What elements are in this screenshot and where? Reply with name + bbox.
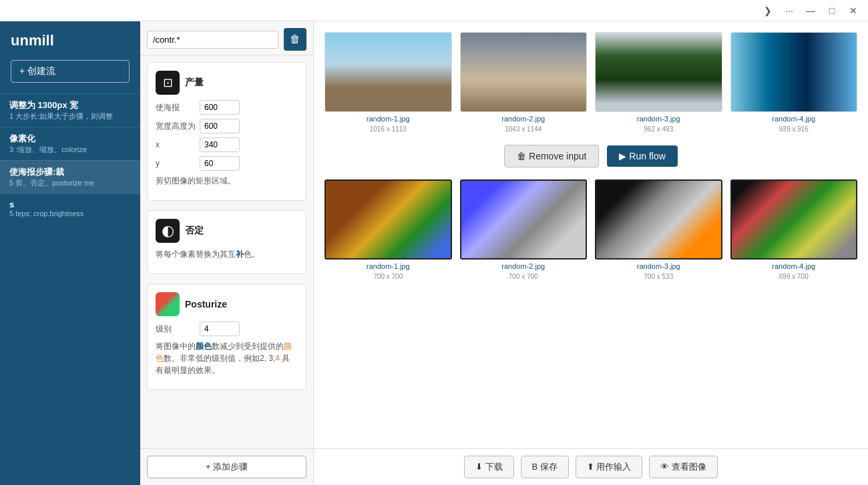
view-image-button[interactable]: 👁 查看图像 xyxy=(649,456,718,478)
posturize-icon xyxy=(156,292,180,316)
close-btn[interactable]: ✕ xyxy=(844,1,863,20)
posturize-field-level-label: 级别 xyxy=(156,324,196,335)
output-image-cell-3: random-3.jpg 700 x 533 xyxy=(595,179,722,280)
input-image-2-name: random-2.jpg xyxy=(501,115,545,123)
posturize-field-level: 级别 xyxy=(156,322,298,336)
negate-step-desc: 将每个像素替换为其互补色。 xyxy=(156,248,298,260)
sidebar-item-brightness-title: s xyxy=(9,199,131,209)
input-image-grid: random-1.jpg 1016 x 1113 random-2.jpg 10… xyxy=(314,21,868,138)
sidebar-item-pixelize[interactable]: 像素化 3 :缩放、缩放。colorize xyxy=(0,127,140,160)
input-image-4-size: 939 x 916 xyxy=(779,125,809,133)
sidebar-item-crop-title: 使海报步骤:裁 xyxy=(9,166,131,178)
output-image-cell-1: random-1.jpg 700 x 700 xyxy=(324,179,452,280)
posturize-step-desc: 将图像中的颜色数减少到受到提供的颜色数。非常低的级别值，例如2, 3,4 具有最… xyxy=(156,340,298,376)
crop-field-x-input[interactable] xyxy=(200,137,240,152)
crop-field-y-input[interactable] xyxy=(200,156,240,171)
input-image-cell-1: random-1.jpg 1016 x 1113 xyxy=(324,32,452,133)
output-image-2-size: 700 x 700 xyxy=(509,273,538,280)
middle-top-bar: 🗑 xyxy=(140,21,313,55)
output-image-1[interactable] xyxy=(324,179,452,260)
sidebar-item-pixelize-subtitle: 3 :缩放、缩放。colorize xyxy=(9,145,131,155)
output-image-cell-4: random-4.jpg 699 x 700 xyxy=(730,179,858,280)
posturize-field-level-input[interactable] xyxy=(200,322,240,336)
output-image-grid: random-1.jpg 700 x 700 random-2.jpg 700 … xyxy=(314,174,868,286)
input-image-1[interactable] xyxy=(324,32,452,112)
input-image-1-name: random-1.jpg xyxy=(367,115,410,123)
create-flow-button[interactable]: + 创建流 xyxy=(11,60,130,83)
title-bar: ❯ ··· — □ ✕ xyxy=(0,0,868,21)
input-image-1-size: 1016 x 1113 xyxy=(370,125,407,133)
output-image-4-size: 699 x 700 xyxy=(779,273,809,280)
sidebar: unmill + 创建流 调整为 1300px 宽 1 大步长:如果大于步骤，则… xyxy=(0,21,140,485)
sidebar-item-brightness[interactable]: s 5 teps: crop.brightness xyxy=(0,193,140,223)
negate-icon: ◐ xyxy=(156,219,180,243)
upload-as-input-button[interactable]: ⬆ 用作输入 xyxy=(576,456,643,478)
step-card-crop: ⊡ 产量 使海报 宽度高度为 x y xyxy=(147,62,306,201)
crop-field-size-label: 宽度高度为 xyxy=(156,121,196,132)
crop-step-desc: 剪切图像的矩形区域。 xyxy=(156,175,298,187)
step-crop-header: ⊡ 产量 xyxy=(156,71,298,95)
run-flow-button[interactable]: ▶ Run flow xyxy=(607,145,677,167)
save-button[interactable]: B 保存 xyxy=(521,456,569,478)
crop-field-y: y xyxy=(156,156,298,171)
sidebar-item-resize[interactable]: 调整为 1300px 宽 1 大步长:如果大于步骤，则调整 xyxy=(0,93,140,127)
sidebar-item-crop[interactable]: 使海报步骤:裁 5 剪。否定。posturize me xyxy=(0,160,140,193)
steps-scroll-area[interactable]: ⊡ 产量 使海报 宽度高度为 x y xyxy=(140,55,313,448)
input-image-3[interactable] xyxy=(595,32,722,112)
more-btn[interactable]: ··· xyxy=(780,1,799,20)
input-image-3-name: random-3.jpg xyxy=(637,115,680,123)
crop-field-y-label: y xyxy=(156,159,196,168)
output-image-3-size: 700 x 533 xyxy=(644,273,673,280)
crop-field-x: x xyxy=(156,137,298,152)
output-image-3[interactable] xyxy=(595,179,722,260)
crop-step-title: 产量 xyxy=(185,77,204,89)
crop-field-size: 宽度高度为 xyxy=(156,119,298,133)
middle-panel: 🗑 ⊡ 产量 使海报 宽度高度为 x xyxy=(140,21,314,485)
step-negate-header: ◐ 否定 xyxy=(156,219,298,243)
output-image-2[interactable] xyxy=(460,179,588,260)
crop-field-poster-input[interactable] xyxy=(200,100,240,115)
maximize-btn[interactable]: □ xyxy=(823,1,841,20)
output-image-4[interactable] xyxy=(730,179,858,260)
middle-bottom: + 添加步骤 xyxy=(140,448,313,485)
right-panel: random-1.jpg 1016 x 1113 random-2.jpg 10… xyxy=(314,21,868,485)
crop-field-x-label: x xyxy=(156,140,196,149)
spacer xyxy=(314,286,868,448)
output-image-1-name: random-1.jpg xyxy=(367,262,410,270)
output-image-3-name: random-3.jpg xyxy=(637,262,680,270)
chevron-btn[interactable]: ❯ xyxy=(758,1,777,20)
add-step-button[interactable]: + 添加步骤 xyxy=(147,456,306,478)
step-posturize-header: Posturize xyxy=(156,292,298,316)
output-image-2-name: random-2.jpg xyxy=(501,262,545,270)
search-input[interactable] xyxy=(147,31,278,49)
download-button[interactable]: ⬇ 下载 xyxy=(464,456,514,478)
input-image-4[interactable] xyxy=(730,32,858,112)
trash-button[interactable]: 🗑 xyxy=(284,28,306,51)
input-image-4-name: random-4.jpg xyxy=(772,115,815,123)
crop-field-poster-label: 使海报 xyxy=(156,102,196,113)
main-layout: unmill + 创建流 调整为 1300px 宽 1 大步长:如果大于步骤，则… xyxy=(0,21,868,485)
input-image-3-size: 962 x 493 xyxy=(644,125,673,133)
minimize-btn[interactable]: — xyxy=(801,1,820,20)
crop-field-size-input[interactable] xyxy=(200,119,240,133)
action-row: 🗑 Remove input ▶ Run flow xyxy=(314,138,868,174)
negate-step-title: 否定 xyxy=(185,225,204,237)
input-image-cell-4: random-4.jpg 939 x 916 xyxy=(730,32,858,133)
sidebar-item-resize-title: 调整为 1300px 宽 xyxy=(9,99,131,111)
crop-icon: ⊡ xyxy=(156,71,180,95)
input-image-2-size: 1043 x 1144 xyxy=(505,125,541,133)
sidebar-item-resize-subtitle: 1 大步长:如果大于步骤，则调整 xyxy=(9,111,131,121)
output-image-cell-2: random-2.jpg 700 x 700 xyxy=(460,179,588,280)
sidebar-item-brightness-subtitle: 5 teps: crop.brightness xyxy=(9,209,131,217)
step-card-negate: ◐ 否定 将每个像素替换为其互补色。 xyxy=(147,210,306,274)
input-image-2[interactable] xyxy=(460,32,588,112)
input-image-cell-2: random-2.jpg 1043 x 1144 xyxy=(460,32,588,133)
output-image-4-name: random-4.jpg xyxy=(772,262,815,270)
sidebar-title: unmill xyxy=(0,21,140,55)
title-bar-controls: ❯ ··· — □ ✕ xyxy=(758,1,863,20)
input-image-cell-3: random-3.jpg 962 x 493 xyxy=(595,32,722,133)
sidebar-item-crop-subtitle: 5 剪。否定。posturize me xyxy=(9,178,131,188)
sidebar-item-pixelize-title: 像素化 xyxy=(9,133,131,145)
posturize-step-title: Posturize xyxy=(185,299,227,310)
remove-input-button[interactable]: 🗑 Remove input xyxy=(504,145,599,167)
